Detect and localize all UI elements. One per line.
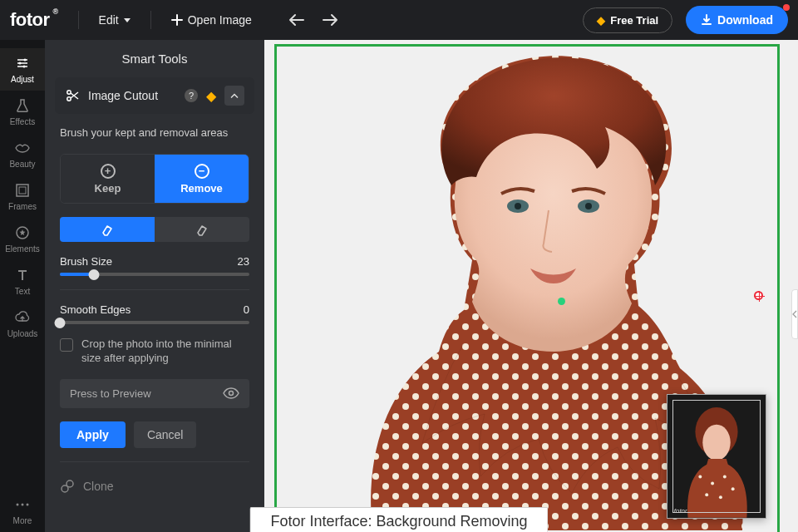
open-image-button[interactable]: Open Image: [163, 8, 260, 32]
svg-point-11: [229, 392, 234, 396]
selection-border: [777, 44, 780, 532]
svg-point-2: [23, 66, 26, 68]
eraser-outline-icon: [195, 222, 209, 237]
svg-point-18: [515, 203, 521, 209]
rail-uploads[interactable]: Uploads: [0, 303, 45, 345]
chevron-down-icon: [124, 18, 131, 22]
download-button[interactable]: Download: [686, 6, 788, 34]
rail-more[interactable]: More: [0, 490, 45, 532]
chevron-up-icon: [230, 93, 239, 99]
chevron-left-icon: [792, 310, 797, 318]
crop-checkbox[interactable]: [60, 338, 73, 352]
brush-size-slider[interactable]: [60, 273, 249, 276]
side-panel: Smart Tools Image Cutout ? ◆ Brush your …: [45, 40, 264, 532]
keep-label: Keep: [95, 182, 121, 195]
caption-overlay: Fotor Interface: Background Removing: [249, 507, 548, 532]
text-icon: [14, 267, 31, 283]
slider-thumb[interactable]: [89, 269, 100, 280]
brush-size-value: 23: [238, 255, 249, 268]
right-panel-handle[interactable]: [791, 289, 798, 339]
selection-border: [274, 44, 780, 47]
brush-size-label: Brush Size: [60, 255, 112, 268]
smooth-value: 0: [244, 303, 249, 316]
selection-handle[interactable]: [558, 298, 565, 305]
rail-label: Effects: [10, 117, 35, 126]
keep-remove-toggle: + Keep − Remove: [60, 154, 249, 204]
crop-checkbox-row: Crop the photo into the minimal size aft…: [60, 337, 249, 366]
download-icon: [701, 14, 712, 26]
rail-label: Text: [15, 287, 30, 296]
dots-icon: [14, 496, 31, 513]
smooth-slider[interactable]: [60, 321, 249, 324]
minimap[interactable]: fotor: [667, 394, 766, 519]
section-image-cutout[interactable]: Image Cutout ? ◆: [55, 77, 254, 114]
download-label: Download: [717, 13, 773, 27]
cloud-upload-icon: [14, 309, 31, 326]
rail-label: Beauty: [9, 160, 35, 169]
help-icon[interactable]: ?: [185, 89, 198, 102]
flask-icon: [14, 97, 31, 114]
plus-icon: [171, 14, 183, 26]
svg-point-20: [585, 203, 592, 209]
clone-label: Clone: [83, 480, 114, 493]
brush-eraser-tabs: [60, 217, 249, 242]
keep-button[interactable]: + Keep: [61, 155, 155, 203]
rail-adjust[interactable]: Adjust: [0, 48, 45, 91]
logo: fotor: [10, 9, 50, 31]
divider: [60, 461, 249, 462]
brush-tab[interactable]: [60, 217, 155, 242]
svg-point-9: [67, 91, 71, 94]
rail-beauty[interactable]: Beauty: [0, 133, 45, 175]
rail-frames[interactable]: Frames: [0, 175, 45, 218]
svg-rect-4: [19, 187, 26, 194]
preview-button[interactable]: Press to Preview: [60, 379, 249, 408]
brush-hint: Brush your kept and removal areas: [60, 126, 249, 140]
smooth-label: Smooth Edges: [60, 303, 131, 316]
rail-label: More: [13, 516, 32, 525]
svg-rect-3: [17, 185, 28, 196]
lips-icon: [14, 140, 31, 156]
crop-handle[interactable]: [754, 291, 763, 300]
clone-section[interactable]: Clone: [60, 475, 249, 494]
selection-border: [274, 44, 277, 532]
slider-thumb[interactable]: [55, 318, 66, 328]
redo-button[interactable]: [315, 5, 345, 35]
brush-size-row: Brush Size 23: [60, 255, 249, 276]
scissors-icon: [65, 88, 80, 103]
divider: [60, 289, 249, 290]
preview-label: Press to Preview: [70, 387, 151, 400]
collapse-section-button[interactable]: [224, 86, 244, 106]
free-trial-button[interactable]: ◆ Free Trial: [583, 7, 672, 33]
diamond-icon: ◆: [206, 88, 216, 104]
sliders-icon: [14, 55, 31, 71]
remove-button[interactable]: − Remove: [155, 155, 249, 203]
canvas[interactable]: fotor: [264, 40, 798, 532]
edit-menu[interactable]: Edit: [91, 8, 139, 32]
open-image-label: Open Image: [188, 13, 252, 27]
apply-button[interactable]: Apply: [60, 421, 126, 448]
smooth-edges-row: Smooth Edges 0: [60, 303, 249, 324]
undo-button[interactable]: [282, 5, 312, 35]
minus-circle-icon: −: [195, 164, 209, 179]
free-trial-label: Free Trial: [610, 14, 658, 27]
left-rail: Adjust Effects Beauty Frames Elements Te…: [0, 40, 45, 532]
rail-label: Frames: [8, 202, 37, 211]
eraser-tab[interactable]: [155, 217, 249, 242]
panel-title: Smart Tools: [45, 40, 264, 74]
clone-icon: [60, 479, 75, 494]
rail-label: Adjust: [11, 75, 34, 84]
rail-effects[interactable]: Effects: [0, 91, 45, 133]
section-title: Image Cutout: [88, 89, 176, 102]
svg-point-0: [24, 59, 27, 62]
rail-text[interactable]: Text: [0, 260, 45, 303]
arrow-left-icon: [288, 13, 305, 27]
svg-point-6: [17, 504, 19, 506]
diamond-icon: ◆: [597, 14, 605, 27]
minimap-viewport[interactable]: [672, 400, 761, 513]
eye-icon: [223, 387, 239, 399]
cancel-button[interactable]: Cancel: [134, 421, 197, 448]
frame-icon: [14, 182, 31, 199]
rail-elements[interactable]: Elements: [0, 218, 45, 260]
arrow-right-icon: [322, 13, 338, 27]
crop-hint: Crop the photo into the minimal size aft…: [81, 337, 249, 366]
